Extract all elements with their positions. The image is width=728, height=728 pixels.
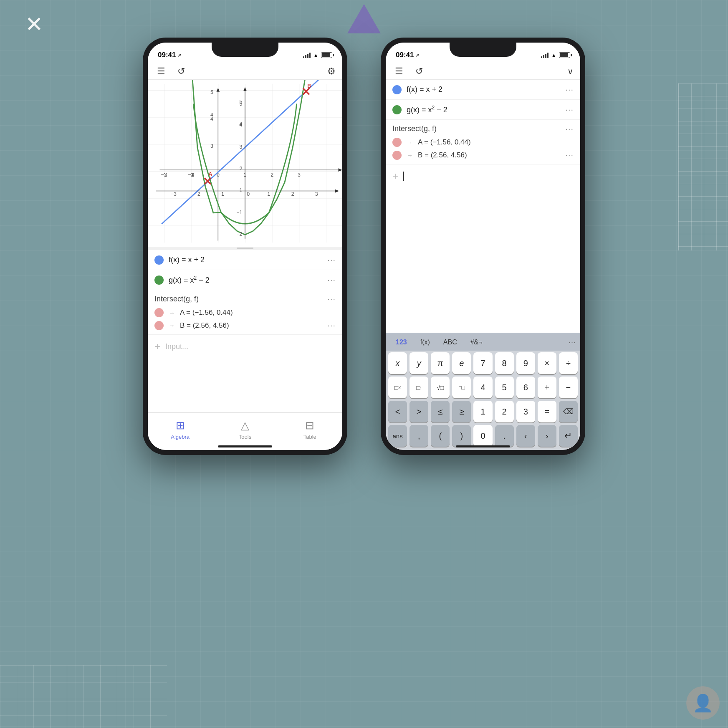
key-sqrt[interactable]: √□ xyxy=(431,377,450,398)
svg-text:−1: −1 xyxy=(188,172,194,178)
dot-gx-2 xyxy=(392,105,402,114)
expr-item-fx-1[interactable]: f(x) = x + 2 ··· xyxy=(148,250,342,270)
location-arrow-2: ↗ xyxy=(415,53,419,58)
kbd-tab-123[interactable]: 123 xyxy=(390,336,413,348)
table-icon-1: ⊟ xyxy=(305,419,314,432)
menu-button-1[interactable]: ☰ xyxy=(154,66,168,77)
svg-text:5: 5 xyxy=(239,101,242,107)
expr-text-fx-2: f(x) = x + 2 xyxy=(407,85,560,94)
kbd-tab-abc[interactable]: ABC xyxy=(437,336,463,348)
expr-item-gx-2[interactable]: g(x) = x2 − 2 ··· xyxy=(386,100,580,120)
key-comma[interactable]: , xyxy=(410,425,428,447)
expr-item-fx-2[interactable]: f(x) = x + 2 ··· xyxy=(386,80,580,100)
key-enter[interactable]: ↵ xyxy=(559,425,578,447)
input-row-1[interactable]: + Input... xyxy=(148,335,342,358)
expr-list-2: f(x) = x + 2 ··· g(x) = x2 − 2 ··· Inter… xyxy=(386,80,580,333)
nav-table-1[interactable]: ⊟ Table xyxy=(293,419,326,440)
key-gt[interactable]: > xyxy=(410,401,428,422)
intersect-section-1: Intersect(g, f) ··· → A = (−1.56, 0.44) xyxy=(148,290,342,335)
intersect-point-b-row: → B = (2.56, 4.56) ··· xyxy=(148,319,342,334)
key-equals[interactable]: = xyxy=(538,401,556,422)
intersect-point-a-row-2: → A = (−1.56, 0.44) xyxy=(386,135,580,149)
expr-menu-gx-2[interactable]: ··· xyxy=(565,105,574,114)
key-x[interactable]: x xyxy=(388,352,407,374)
input-row-2[interactable]: + xyxy=(386,164,580,188)
key-multiply[interactable]: × xyxy=(538,352,556,374)
kbd-tab-special[interactable]: #&¬ xyxy=(465,336,488,348)
graph-divider[interactable] xyxy=(148,247,342,250)
kbd-row-1: x y π e 7 8 9 × ÷ xyxy=(388,352,578,374)
key-0[interactable]: 0 xyxy=(473,425,492,447)
expr-menu-gx-1[interactable]: ··· xyxy=(327,275,336,285)
key-7[interactable]: 7 xyxy=(473,352,492,374)
key-ans[interactable]: ans xyxy=(388,425,407,447)
key-plus[interactable]: + xyxy=(538,377,556,398)
key-6[interactable]: 6 xyxy=(516,377,535,398)
phone-1-screen: 09:41 ↗ ▲ xyxy=(148,43,342,450)
undo-button-2[interactable]: ↺ xyxy=(412,66,426,77)
svg-text:0: 0 xyxy=(247,191,250,197)
expr-menu-fx-1[interactable]: ··· xyxy=(327,255,336,265)
key-right[interactable]: › xyxy=(538,425,556,447)
key-e[interactable]: e xyxy=(452,352,471,374)
svg-text:1: 1 xyxy=(268,191,270,197)
key-backspace[interactable]: ⌫ xyxy=(559,401,578,422)
key-y[interactable]: y xyxy=(410,352,428,374)
key-lparen[interactable]: ( xyxy=(431,425,450,447)
key-divide[interactable]: ÷ xyxy=(559,352,578,374)
key-minus[interactable]: − xyxy=(559,377,578,398)
intersect-text-2: Intersect(g, f) xyxy=(392,124,437,133)
svg-text:5: 5 xyxy=(210,89,213,95)
intersect-label-1: Intersect(g, f) ··· xyxy=(148,290,342,306)
intersect-label-2: Intersect(g, f) ··· xyxy=(386,120,580,135)
svg-text:2: 2 xyxy=(239,166,242,172)
svg-text:2: 2 xyxy=(291,191,294,197)
intersect-text-1: Intersect(g, f) xyxy=(154,295,199,303)
kbd-tab-fx[interactable]: f(x) xyxy=(415,336,436,348)
close-icon[interactable]: ✕ xyxy=(25,12,43,37)
point-b-menu-1[interactable]: ··· xyxy=(327,321,336,330)
svg-text:−1: −1 xyxy=(236,210,242,215)
intersect-point-b-row-2: → B = (2.56, 4.56) ··· xyxy=(386,149,580,164)
key-square[interactable]: □2 xyxy=(388,377,407,398)
chevron-button-2[interactable]: ∨ xyxy=(567,66,574,76)
key-5[interactable]: 5 xyxy=(495,377,514,398)
key-2[interactable]: 2 xyxy=(495,401,514,422)
nav-tools-1[interactable]: △ Tools xyxy=(228,419,262,440)
key-1[interactable]: 1 xyxy=(473,401,492,422)
kbd-row-4: ans , ( ) 0 . ‹ › ↵ xyxy=(388,425,578,447)
key-decimal[interactable]: . xyxy=(495,425,514,447)
arrow-a-2: → xyxy=(407,139,413,146)
signal-bars-2 xyxy=(541,52,549,58)
expr-item-gx-1[interactable]: g(x) = x2 − 2 ··· xyxy=(148,270,342,290)
key-abs[interactable]: ⁻□ xyxy=(452,377,471,398)
input-placeholder-1[interactable]: Input... xyxy=(165,342,188,351)
intersect-menu-1[interactable]: ··· xyxy=(327,294,336,304)
arrow-b-1: → xyxy=(169,322,175,329)
key-lt[interactable]: < xyxy=(388,401,407,422)
nav-algebra-1[interactable]: ⊞ Algebra xyxy=(164,419,197,440)
undo-button-1[interactable]: ↺ xyxy=(174,66,188,77)
key-3[interactable]: 3 xyxy=(516,401,535,422)
key-gte[interactable]: ≥ xyxy=(452,401,471,422)
key-dot-superscript[interactable]: □· xyxy=(410,377,428,398)
key-lte[interactable]: ≤ xyxy=(431,401,450,422)
point-b-value-1: B = (2.56, 4.56) xyxy=(180,321,322,330)
key-left[interactable]: ‹ xyxy=(516,425,535,447)
dot-gx-1 xyxy=(154,276,164,285)
svg-text:−3: −3 xyxy=(171,191,177,197)
menu-button-2[interactable]: ☰ xyxy=(392,66,406,77)
expr-menu-fx-2[interactable]: ··· xyxy=(565,85,574,94)
kbd-more-button[interactable]: ··· xyxy=(569,338,576,347)
key-9[interactable]: 9 xyxy=(516,352,535,374)
key-4[interactable]: 4 xyxy=(473,377,492,398)
intersect-menu-2[interactable]: ··· xyxy=(565,124,574,134)
key-pi[interactable]: π xyxy=(431,352,450,374)
svg-text:1: 1 xyxy=(239,187,242,193)
point-b-menu-2[interactable]: ··· xyxy=(565,150,574,160)
key-8[interactable]: 8 xyxy=(495,352,514,374)
kbd-row-3: < > ≤ ≥ 1 2 3 = ⌫ xyxy=(388,401,578,422)
key-rparen[interactable]: ) xyxy=(452,425,471,447)
svg-text:B: B xyxy=(307,83,311,89)
gear-button-1[interactable]: ⚙ xyxy=(327,66,336,77)
